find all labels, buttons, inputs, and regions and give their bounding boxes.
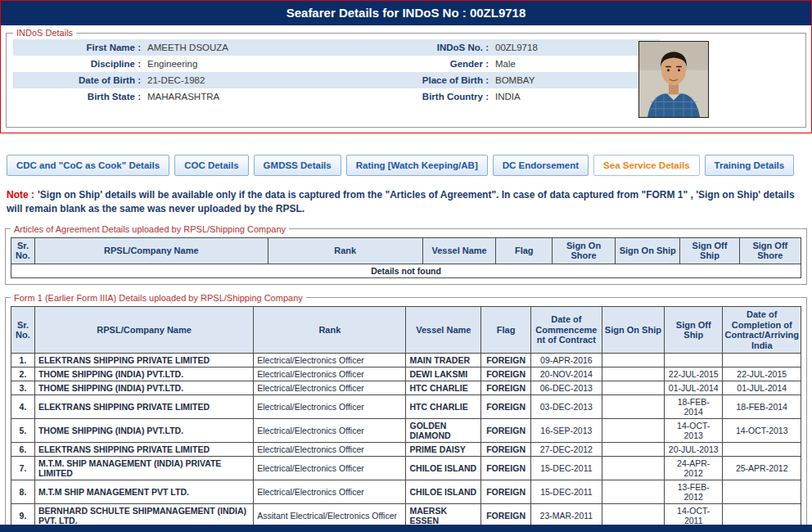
- cell-vessel: HTC CHARLIE: [406, 395, 481, 419]
- place-of-birth-value: BOMBAY: [492, 72, 660, 88]
- articles-header-row: Sr. No. RPSL/Company Name Rank Vessel Na…: [11, 237, 801, 264]
- header-company: RPSL/Company Name: [34, 306, 253, 354]
- cell-sr: 7.: [11, 457, 35, 480]
- cell-vessel: PRIME DAISY: [406, 443, 481, 457]
- table-row: 2.THOME SHIPPING (INDIA) PVT.LTD.Electri…: [11, 367, 801, 381]
- cell-flag: FOREIGN: [481, 367, 531, 381]
- cell-company: ELEKTRANS SHIPPING PRIVATE LIMITED: [34, 395, 253, 419]
- form1-table: Sr. No. RPSL/Company Name Rank Vessel Na…: [11, 306, 801, 532]
- header-sign-off-ship: Sign Off Ship: [665, 306, 723, 354]
- cell-flag: FOREIGN: [481, 354, 531, 367]
- header-rank: Rank: [268, 237, 422, 264]
- header-company: RPSL/Company Name: [34, 237, 268, 264]
- cell-sign-off-ship: 14-OCT-2013: [665, 419, 723, 443]
- tab-gmdss-details[interactable]: GMDSS Details: [254, 155, 341, 176]
- form1-section: Form 1 (Earlier Form IIIA) Details uploa…: [5, 293, 807, 532]
- indos-no-value: 00ZL9718: [492, 39, 660, 56]
- first-name-value: AMEETH DSOUZA: [144, 39, 386, 56]
- birth-country-value: INDIA: [492, 88, 660, 105]
- header-rank: Rank: [254, 306, 406, 354]
- cell-rank: Electrical/Electronics Officer: [254, 395, 406, 419]
- tab-rating-watch-keeping-ab[interactable]: Rating [Watch Keeping/AB]: [346, 155, 488, 176]
- table-row: 4.ELEKTRANS SHIPPING PRIVATE LIMITEDElec…: [11, 395, 801, 419]
- header-date-of-commencement: Date of Commencement of Contract: [530, 306, 602, 354]
- header-sign-off-shore: Sign Off Shore: [739, 237, 801, 264]
- tab-coc-details[interactable]: COC Details: [174, 155, 248, 176]
- cell-commencement: 16-SEP-2013: [530, 419, 602, 443]
- header-vessel-name: Vessel Name: [406, 306, 481, 354]
- cell-sign-on-ship: [602, 480, 664, 504]
- header-vessel-name: Vessel Name: [422, 237, 496, 264]
- cell-commencement: 06-DEC-2013: [530, 381, 602, 395]
- cell-sign-on-ship: [602, 395, 664, 419]
- place-of-birth-label: Place of Birth :: [386, 72, 492, 88]
- cell-sign-on-ship: [602, 367, 664, 381]
- cell-sign-off-ship: 13-FEB-2012: [665, 480, 723, 504]
- cell-commencement: 03-DEC-2013: [530, 395, 602, 419]
- header-sign-on-shore: Sign On Shore: [552, 237, 615, 264]
- cell-vessel: CHILOE ISLAND: [406, 480, 481, 504]
- indos-row: Birth State : MAHARASHTRA Birth Country …: [13, 88, 660, 105]
- cell-sign-off-ship: 22-JUL-2015: [665, 367, 723, 381]
- form1-header-row: Sr. No. RPSL/Company Name Rank Vessel Na…: [11, 306, 801, 354]
- discipline-value: Engineering: [144, 56, 386, 72]
- cell-vessel: MAIN TRADER: [406, 354, 481, 367]
- cell-company: THOME SHIPPING (INDIA) PVT.LTD.: [34, 367, 253, 381]
- first-name-label: First Name :: [13, 39, 144, 56]
- cell-rank: Electrical/Electronics Officer: [254, 354, 406, 367]
- cell-sign-on-ship: [602, 381, 664, 395]
- cell-rank: Electrical/Electronics Officer: [254, 419, 406, 443]
- cell-sr: 4.: [11, 395, 35, 419]
- cell-sr: 8.: [11, 480, 35, 504]
- cell-flag: FOREIGN: [481, 381, 531, 395]
- indos-row: Discipline : Engineering Gender : Male: [13, 56, 660, 72]
- birth-country-label: Birth Country :: [386, 88, 492, 105]
- cell-company: ELEKTRANS SHIPPING PRIVATE LIMITED: [34, 354, 253, 367]
- cell-sr: 6.: [11, 443, 35, 457]
- cell-commencement: 20-NOV-2014: [530, 367, 602, 381]
- cell-sign-on-ship: [602, 419, 664, 443]
- header-sr-no: Sr. No.: [11, 237, 35, 264]
- indos-details-section: INDoS Details First Name : AMEETH DSOUZA…: [6, 28, 806, 128]
- cell-sign-on-ship: [602, 354, 664, 367]
- cell-sign-on-ship: [602, 457, 664, 480]
- date-of-birth-label: Date of Birth :: [13, 72, 144, 88]
- header-date-of-completion: Date of Completion of Contract/Arriving …: [723, 306, 801, 354]
- cell-flag: FOREIGN: [481, 443, 531, 457]
- cell-vessel: GOLDEN DIAMOND: [406, 419, 481, 443]
- page-title: Seafarer Details for INDoS No : 00ZL9718: [1, 1, 811, 25]
- tab-cdc-coc-as-cook-details[interactable]: CDC and "CoC as Cook" Details: [7, 155, 169, 176]
- cell-sign-off-ship: [665, 354, 723, 367]
- form1-legend: Form 1 (Earlier Form IIIA) Details uploa…: [11, 293, 306, 303]
- indos-details-legend: INDoS Details: [13, 28, 76, 38]
- birth-state-label: Birth State :: [13, 88, 144, 105]
- cell-sign-off-ship: 20-JUL-2013: [665, 443, 723, 457]
- cell-commencement: 15-DEC-2011: [530, 480, 602, 504]
- note-text: 'Sign on Ship' details will be available…: [7, 189, 795, 214]
- cell-commencement: 27-DEC-2012: [530, 443, 602, 457]
- articles-legend: Articles of Agreement Details uploaded b…: [11, 224, 289, 234]
- indos-no-label: INDoS No. :: [386, 39, 492, 56]
- cell-completion: [723, 443, 801, 457]
- articles-of-agreement-section: Articles of Agreement Details uploaded b…: [5, 224, 807, 285]
- header-flag: Flag: [481, 306, 531, 354]
- discipline-label: Discipline :: [13, 56, 144, 72]
- footer-bar: [0, 525, 812, 532]
- date-of-birth-value: 21-DEC-1982: [144, 72, 386, 88]
- details-not-found-message: Details not found: [11, 264, 801, 277]
- gender-value: Male: [492, 56, 660, 72]
- tab-training-details[interactable]: Training Details: [705, 155, 795, 176]
- cell-company: THOME SHIPPING (INDIA) PVT.LTD.: [34, 419, 253, 443]
- cell-commencement: 15-DEC-2011: [530, 457, 602, 480]
- indos-row: First Name : AMEETH DSOUZA INDoS No. : 0…: [13, 39, 660, 56]
- table-row: 7.M.T.M. SHIP MANAGEMENT (INDIA) PRIVATE…: [11, 457, 801, 480]
- tab-sea-service-details[interactable]: Sea Service Details: [593, 155, 700, 176]
- table-row: 3.THOME SHIPPING (INDIA) PVT.LTD.Electri…: [11, 381, 801, 395]
- cell-flag: FOREIGN: [481, 419, 531, 443]
- cell-completion: 14-OCT-2013: [723, 419, 801, 443]
- header-sr-no: Sr. No.: [11, 306, 35, 354]
- cell-vessel: DEWI LAKSMI: [406, 367, 481, 381]
- tab-dc-endorsement[interactable]: DC Endorsement: [493, 155, 589, 176]
- header-sign-off-ship: Sign Off Ship: [680, 237, 739, 264]
- seafarer-photo: [638, 41, 709, 118]
